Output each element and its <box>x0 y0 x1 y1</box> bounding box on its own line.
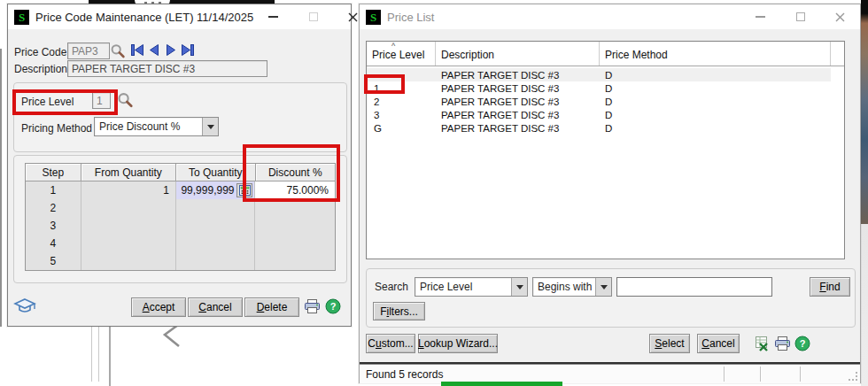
column-header-from-quantity[interactable]: From Quantity <box>81 164 176 181</box>
status-message: Found 5 records <box>366 368 443 381</box>
from-quantity-cell[interactable] <box>81 252 176 270</box>
select-button[interactable]: Select <box>649 334 690 353</box>
discount-cell[interactable] <box>255 217 335 235</box>
graduation-cap-icon <box>13 297 36 316</box>
help-button[interactable]: ? <box>324 297 342 315</box>
description-cell: PAPER TARGET DISC #3 <box>436 110 600 120</box>
minimize-button[interactable] <box>253 4 293 29</box>
quantity-break-grid: Step From Quantity To Quantity Discount … <box>25 163 336 271</box>
lookup-wizard-button[interactable]: Lookup Wizard... <box>418 334 498 353</box>
nav-last-button[interactable] <box>181 44 195 56</box>
from-quantity-cell[interactable]: 1 <box>81 181 176 199</box>
from-quantity-cell[interactable] <box>81 199 176 217</box>
list-header-price-level[interactable]: ^ Price Level <box>367 42 436 66</box>
print-button[interactable] <box>303 297 321 315</box>
step-cell: 5 <box>26 252 81 270</box>
price-code-lookup-button[interactable] <box>109 42 126 59</box>
window-title: Price Code Maintenance (LET) 11/14/2025 <box>35 11 253 24</box>
resize-grip[interactable] <box>849 372 858 382</box>
price-level-cell: 2 <box>367 96 436 107</box>
minimize-button[interactable] <box>740 4 780 29</box>
chevron-down-icon <box>202 118 218 135</box>
list-header-price-method[interactable]: Price Method <box>600 42 831 66</box>
nav-next-icon <box>164 44 178 56</box>
titlebar[interactable]: S Price Code Maintenance (LET) 11/14/202… <box>8 4 351 29</box>
column-header-to-quantity[interactable]: To Quantity <box>176 164 255 181</box>
magnifying-glass-icon <box>110 43 126 59</box>
custom-button[interactable]: Custom... <box>366 334 415 353</box>
calculator-button[interactable] <box>236 183 252 197</box>
to-quantity-cell[interactable] <box>176 235 255 252</box>
cancel-button[interactable]: Cancel <box>697 334 740 353</box>
pricing-method-value: Price Discount % <box>99 120 180 133</box>
excel-export-icon <box>753 336 769 351</box>
price-code-label: Price Code <box>14 46 66 58</box>
sort-ascending-icon: ^ <box>391 42 395 50</box>
price-list-row[interactable]: 1 PAPER TARGET DISC #3 D <box>367 81 831 95</box>
search-operator-dropdown[interactable]: Begins with <box>532 277 612 297</box>
titlebar[interactable]: S Price List <box>360 4 860 29</box>
discount-cell[interactable]: 75.000% <box>255 181 335 199</box>
discount-cell[interactable] <box>255 235 335 252</box>
print-button[interactable] <box>773 335 791 352</box>
tutorial-button[interactable] <box>12 296 37 317</box>
screen: S Price Code Maintenance (LET) 11/14/202… <box>0 0 868 386</box>
discount-cell[interactable] <box>255 199 335 217</box>
to-quantity-cell[interactable] <box>176 217 255 235</box>
background-vertical-line <box>109 327 111 386</box>
step-cell: 3 <box>26 217 81 235</box>
price-method-cell: D <box>600 70 831 81</box>
price-level-lookup-button[interactable] <box>116 91 134 109</box>
step-cell: 1 <box>26 181 81 199</box>
list-header-description[interactable]: Description <box>436 42 600 66</box>
to-quantity-cell[interactable] <box>176 252 255 270</box>
price-level-field[interactable]: 1 <box>92 92 111 109</box>
from-quantity-cell[interactable] <box>81 235 176 252</box>
column-header-discount[interactable]: Discount % <box>256 164 335 181</box>
to-quantity-cell[interactable]: 99,999,999 <box>176 181 255 199</box>
price-list-row[interactable]: 3 PAPER TARGET DISC #3 D <box>367 108 831 121</box>
search-input[interactable] <box>616 277 772 297</box>
status-panel-divider <box>800 367 801 382</box>
find-button[interactable]: Find <box>810 277 850 297</box>
list-header-label: Price Level <box>372 49 424 61</box>
to-quantity-cell[interactable] <box>176 199 255 217</box>
cancel-button[interactable]: Cancel <box>188 297 243 317</box>
nav-first-button[interactable] <box>130 44 144 56</box>
grid-row: 5 <box>26 252 335 270</box>
help-button[interactable]: ? <box>794 335 811 352</box>
maximize-button[interactable] <box>293 4 333 29</box>
price-method-cell: D <box>600 96 831 107</box>
description-field[interactable]: PAPER TARGET DISC #3 <box>67 60 267 77</box>
column-header-step[interactable]: Step <box>26 164 81 181</box>
discount-cell[interactable] <box>255 252 335 270</box>
window-title: Price List <box>387 11 434 24</box>
svg-text:?: ? <box>330 301 337 312</box>
background-vertical-line <box>91 327 92 382</box>
delete-button[interactable]: Delete <box>244 297 299 317</box>
search-operator-value: Begins with <box>538 281 592 293</box>
filters-button[interactable]: Filters... <box>373 302 425 320</box>
price-code-field[interactable]: PAP3 <box>67 42 110 59</box>
calculator-icon <box>239 185 251 196</box>
maximize-button[interactable] <box>780 4 820 29</box>
price-list-row[interactable]: G PAPER TARGET DISC #3 D <box>367 121 831 135</box>
accept-button[interactable]: Accept <box>131 297 186 317</box>
pricing-method-dropdown[interactable]: Price Discount % <box>94 117 219 136</box>
nav-previous-button[interactable] <box>147 44 161 56</box>
description-cell: PAPER TARGET DISC #3 <box>436 83 600 94</box>
export-to-excel-button[interactable] <box>752 335 770 352</box>
list-header-label: Description <box>441 49 494 61</box>
close-button[interactable] <box>333 4 373 29</box>
grid-row: 2 <box>26 199 335 217</box>
search-field-dropdown[interactable]: Price Level <box>415 277 528 297</box>
description-label: Description <box>14 63 67 75</box>
price-list-row[interactable]: 2 PAPER TARGET DISC #3 D <box>367 95 831 108</box>
status-panel-divider <box>724 367 725 382</box>
to-quantity-value: 99,999,999 <box>181 184 234 197</box>
close-button[interactable] <box>820 4 860 29</box>
from-quantity-cell[interactable] <box>81 217 176 235</box>
nav-next-button[interactable] <box>164 44 178 56</box>
price-list-row[interactable]: PAPER TARGET DISC #3 D <box>367 68 831 81</box>
list-header-spacer <box>831 42 845 66</box>
